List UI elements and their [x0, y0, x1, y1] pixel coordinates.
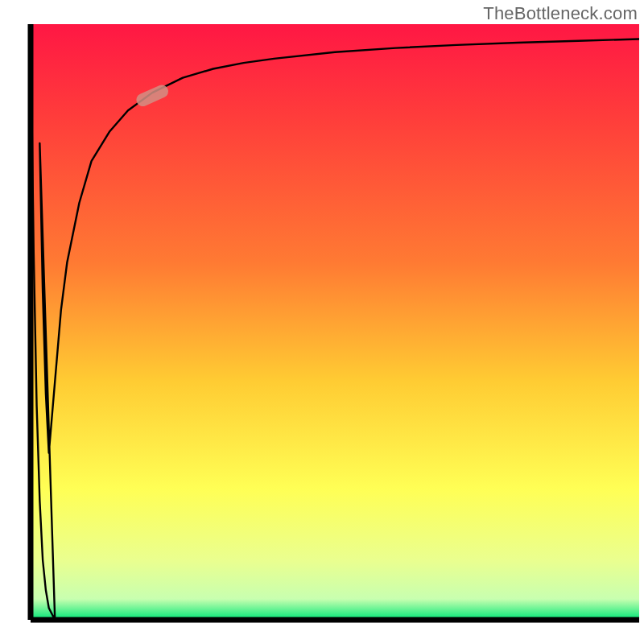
gradient-background — [31, 24, 639, 620]
chart-container: TheBottleneck.com — [0, 0, 644, 644]
bottleneck-chart — [0, 0, 644, 644]
